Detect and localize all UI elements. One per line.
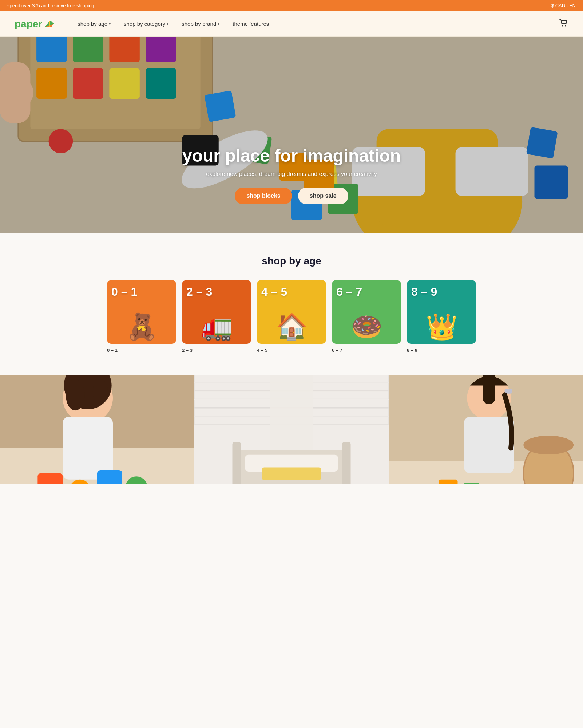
cart-button[interactable]	[559, 19, 568, 29]
age-emoji: 👑	[426, 314, 457, 339]
logo-icon	[44, 20, 56, 28]
age-card-label: 8 – 9	[407, 347, 476, 353]
svg-rect-40	[97, 470, 122, 484]
svg-rect-38	[37, 473, 63, 484]
svg-point-4	[565, 25, 566, 26]
nav-links: shop by age ▾ shop by category ▾ shop by…	[78, 21, 544, 27]
svg-rect-54	[270, 375, 313, 450]
hero-subtitle: explore new places, dream big dreams and…	[0, 171, 583, 177]
age-number: 8 – 9	[411, 286, 437, 298]
svg-rect-68	[464, 483, 480, 484]
age-number: 6 – 7	[336, 286, 362, 298]
svg-rect-57	[342, 442, 350, 484]
logo[interactable]: paper	[15, 18, 56, 30]
photo-1	[0, 375, 194, 484]
cart-icon	[559, 19, 568, 28]
age-number: 0 – 1	[111, 286, 137, 298]
age-card-label: 6 – 7	[332, 347, 401, 353]
shop-sale-button[interactable]: shop sale	[298, 188, 348, 204]
svg-point-43	[66, 379, 85, 410]
svg-rect-59	[262, 467, 321, 480]
nav-shop-by-brand[interactable]: shop by brand ▾	[182, 21, 219, 27]
hero-content: your place for imagination explore new p…	[0, 146, 583, 204]
nav-theme-features[interactable]: theme features	[233, 21, 269, 27]
currency-selector[interactable]: $ CAD · EN	[551, 3, 576, 8]
age-emoji: 🧸	[126, 314, 158, 339]
logo-text: paper	[15, 18, 42, 30]
hero-section: your place for imagination explore new p…	[0, 37, 583, 233]
age-card-box: 2 – 3 🚛	[182, 280, 251, 344]
photo-cell-2	[194, 375, 389, 484]
svg-point-3	[562, 25, 563, 26]
age-card-label: 2 – 3	[182, 347, 251, 353]
chevron-down-icon: ▾	[218, 22, 219, 26]
svg-rect-63	[464, 417, 514, 473]
nav-shop-by-category[interactable]: shop by category ▾	[124, 21, 168, 27]
chevron-down-icon: ▾	[109, 22, 111, 26]
age-emoji: 🚛	[201, 314, 233, 339]
photo-cell-3	[389, 375, 583, 484]
age-card-box: 6 – 7 🍩	[332, 280, 401, 344]
age-emoji: 🍩	[351, 314, 382, 339]
shop-by-age-title: shop by age	[15, 255, 568, 267]
photo-grid-section	[0, 375, 583, 484]
hero-title: your place for imagination	[0, 146, 583, 166]
photo-3	[389, 375, 583, 484]
svg-rect-69	[483, 375, 495, 404]
age-emoji: 🏠	[276, 314, 308, 339]
chevron-down-icon: ▾	[167, 22, 168, 26]
age-cards-grid: 0 – 1 🧸 0 – 1 2 – 3 🚛 2 – 3 4 – 5 🏠 4 – …	[15, 280, 568, 353]
top-banner: spend over $75 and recieve free shipping…	[0, 0, 583, 11]
age-number: 4 – 5	[261, 286, 287, 298]
age-card-8–9[interactable]: 8 – 9 👑 8 – 9	[407, 280, 476, 353]
hero-buttons: shop blocks shop sale	[0, 188, 583, 204]
age-card-2–3[interactable]: 2 – 3 🚛 2 – 3	[182, 280, 251, 353]
svg-rect-37	[63, 417, 113, 480]
nav-shop-by-age[interactable]: shop by age ▾	[78, 21, 111, 27]
svg-point-66	[523, 436, 574, 454]
age-card-box: 8 – 9 👑	[407, 280, 476, 344]
age-card-label: 0 – 1	[107, 347, 176, 353]
age-card-box: 0 – 1 🧸	[107, 280, 176, 344]
svg-point-44	[93, 379, 108, 404]
svg-rect-56	[232, 442, 241, 484]
age-number: 2 – 3	[186, 286, 212, 298]
photo-2	[194, 375, 389, 484]
age-card-0–1[interactable]: 0 – 1 🧸 0 – 1	[107, 280, 176, 353]
shop-by-age-section: shop by age 0 – 1 🧸 0 – 1 2 – 3 🚛 2 – 3 …	[0, 233, 583, 367]
age-card-label: 4 – 5	[257, 347, 326, 353]
navbar: paper shop by age ▾ shop by category ▾ s…	[0, 11, 583, 37]
age-card-6–7[interactable]: 6 – 7 🍩 6 – 7	[332, 280, 401, 353]
svg-rect-67	[439, 480, 458, 484]
promo-text: spend over $75 and recieve free shipping	[7, 3, 94, 8]
age-card-4–5[interactable]: 4 – 5 🏠 4 – 5	[257, 280, 326, 353]
shop-blocks-button[interactable]: shop blocks	[235, 188, 292, 204]
age-card-box: 4 – 5 🏠	[257, 280, 326, 344]
photo-cell-1	[0, 375, 194, 484]
